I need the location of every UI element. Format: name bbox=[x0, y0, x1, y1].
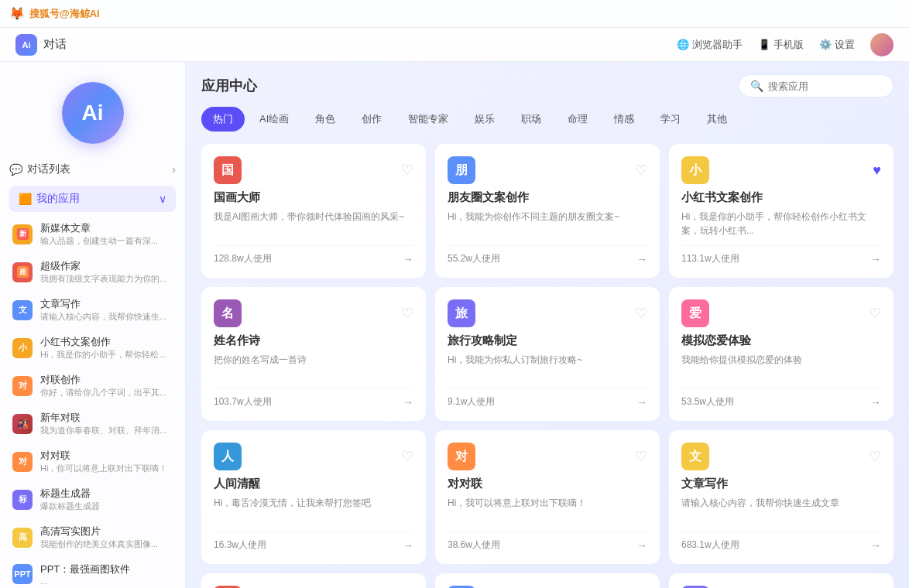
app-footer-poem-name: 103.7w人使用 → bbox=[214, 388, 413, 409]
tab-fate[interactable]: 命理 bbox=[556, 107, 599, 132]
app-card-header: 爱 ♡ bbox=[681, 299, 881, 327]
sidebar-item[interactable]: 小 小红书文案创作 Hi，我是你的小助手，帮你轻松... bbox=[0, 329, 185, 367]
conversations-section[interactable]: 💬 对话列表 › bbox=[0, 156, 185, 183]
app-arrow-qingxing[interactable]: → bbox=[403, 539, 413, 552]
app-card-header: 人 ♡ bbox=[214, 443, 413, 470]
app-name-travel: 旅行攻略制定 bbox=[448, 333, 647, 348]
app-arrow-pengyou[interactable]: → bbox=[636, 253, 647, 265]
tab-emotion[interactable]: 情感 bbox=[602, 107, 646, 132]
main-container: Ai 💬 对话列表 › 🟧 我的应用 ∨ 新 新媒体文章 输入品题，创建 bbox=[0, 62, 909, 588]
search-icon: 🔍 bbox=[750, 80, 763, 92]
heart-icon-love[interactable]: ♡ bbox=[869, 305, 881, 322]
app-card-xiaohongshu-app[interactable]: 小 ♥ 小红书文案创作 Hi，我是你的小助手，帮你轻松创作小红书文案，玩转小红书… bbox=[669, 144, 894, 278]
app-desc-writing: 请输入核心内容，我帮你快速生成文章 bbox=[681, 496, 881, 524]
heart-icon-duilian[interactable]: ♡ bbox=[635, 448, 647, 465]
watermark-text: 搜狐号@海鲸AI bbox=[29, 7, 100, 21]
header: Ai 对话 🌐 浏览器助手 📱 手机版 ⚙️ 设置 bbox=[0, 28, 909, 62]
search-input[interactable] bbox=[768, 80, 882, 92]
sidebar-item[interactable]: 超 超级作家 我拥有顶级文字表现能力为你的... bbox=[0, 253, 185, 291]
app-card-header: 国 ♡ bbox=[214, 156, 413, 184]
tab-smart-expert[interactable]: 智能专家 bbox=[396, 107, 460, 132]
sidebar-item[interactable]: 新 新媒体文章 输入品题，创建生动一篇有深... bbox=[0, 215, 185, 253]
app-arrow-travel[interactable]: → bbox=[636, 396, 647, 409]
user-avatar[interactable] bbox=[870, 33, 894, 56]
app-arrow-love[interactable]: → bbox=[870, 396, 881, 409]
sidebar-item[interactable]: PPT PPT：最强画图软件 ... bbox=[0, 556, 185, 588]
header-actions: 🌐 浏览器助手 📱 手机版 ⚙️ 设置 bbox=[677, 33, 894, 56]
app-card-text-color[interactable]: 文 ♡ 文本润色 bbox=[201, 573, 426, 588]
heart-icon-pengyou[interactable]: ♡ bbox=[635, 162, 647, 179]
sidebar-item[interactable]: 文 文章写作 请输入核心内容，我帮你快速生... bbox=[0, 291, 185, 329]
header-logo-text: Ai bbox=[22, 40, 31, 50]
app-users-pengyou: 55.2w人使用 bbox=[448, 252, 500, 265]
heart-icon-poem-name[interactable]: ♡ bbox=[401, 305, 413, 322]
sidebar-item-text-super-writer: 超级作家 我拥有顶级文字表现能力为你的... bbox=[40, 259, 173, 285]
sidebar-item-icon-super-writer: 超 bbox=[12, 262, 33, 282]
browser-helper-button[interactable]: 🌐 浏览器助手 bbox=[677, 38, 743, 52]
app-icon-poem-name: 名 bbox=[214, 299, 242, 327]
content-title: 应用中心 bbox=[201, 77, 257, 95]
app-arrow-writing[interactable]: → bbox=[870, 539, 881, 552]
app-arrow-guohua[interactable]: → bbox=[403, 253, 413, 265]
app-users-love: 53.5w人使用 bbox=[681, 395, 734, 409]
app-card-writing[interactable]: 文 ♡ 文章写作 请输入核心内容，我帮你快速生成文章 683.1w人使用 → bbox=[669, 430, 894, 564]
app-card-pengyou[interactable]: 朋 ♡ 朋友圈文案创作 Hi，我能为你创作不同主题的朋友圈文案~ 55.2w人使… bbox=[435, 144, 660, 278]
app-card-poem-name[interactable]: 名 ♡ 姓名作诗 把你的姓名写成一首诗 103.7w人使用 → bbox=[201, 287, 426, 421]
app-card-guohua[interactable]: 国 ♡ 国画大师 我是AI图画大师，带你领时代体验国画的风采~ 128.8w人使… bbox=[201, 144, 426, 278]
app-desc-qingxing: Hi，毒舌冷漠无情，让我来帮打您签吧 bbox=[214, 496, 413, 524]
sidebar-item-icon-xhs: 小 bbox=[12, 338, 33, 358]
mobile-button[interactable]: 📱 手机版 bbox=[758, 38, 804, 52]
app-name-guohua: 国画大师 bbox=[214, 190, 413, 205]
sidebar-ai-logo: Ai bbox=[62, 82, 124, 144]
sidebar-item[interactable]: 🎎 新年对联 我为道你奉春联、对联、拜年消... bbox=[0, 405, 185, 443]
tab-workplace[interactable]: 职场 bbox=[509, 107, 553, 132]
heart-icon-writing[interactable]: ♡ bbox=[869, 448, 881, 465]
app-card-pet[interactable]: 猫 ♡ 宠物照护 bbox=[669, 573, 894, 588]
app-arrow-poem-name[interactable]: → bbox=[403, 396, 413, 409]
sidebar-item[interactable]: 对 对联创作 你好，请给你几个字词，出乎其... bbox=[0, 367, 185, 405]
tab-hot[interactable]: 热门 bbox=[201, 107, 245, 132]
sidebar-item-text-new-media: 新媒体文章 输入品题，创建生动一篇有深... bbox=[40, 221, 173, 247]
tab-entertainment[interactable]: 娱乐 bbox=[463, 107, 506, 132]
sidebar-item[interactable]: 对 对对联 Hi，你可以将意上联对出下联嘀！ bbox=[0, 443, 185, 480]
tab-role[interactable]: 角色 bbox=[304, 107, 347, 132]
app-card-qingxing[interactable]: 人 ♡ 人间清醒 Hi，毒舌冷漠无情，让我来帮打您签吧 16.3w人使用 → bbox=[201, 430, 426, 564]
browser-helper-label: 浏览器助手 bbox=[692, 38, 743, 52]
heart-icon-xiaohongshu-app[interactable]: ♥ bbox=[873, 162, 881, 179]
app-footer-love: 53.5w人使用 → bbox=[681, 388, 881, 409]
sidebar-item[interactable]: 高 高清写实图片 我能创作的绝美立体真实图像... bbox=[0, 518, 185, 556]
watermark-bar: 🦊 搜狐号@海鲸AI bbox=[0, 0, 909, 28]
my-apps-section[interactable]: 🟧 我的应用 ∨ bbox=[9, 186, 176, 212]
app-card-travel[interactable]: 旅 ♡ 旅行攻略制定 Hi，我能为你私人订制旅行攻略~ 9.1w人使用 → bbox=[435, 287, 660, 421]
tab-ai-draw[interactable]: AI绘画 bbox=[248, 107, 300, 132]
sidebar-item[interactable]: 标 标题生成器 爆款标题生成器 bbox=[0, 480, 185, 518]
search-box[interactable]: 🔍 bbox=[739, 74, 894, 97]
app-footer-guohua: 128.8w人使用 → bbox=[214, 245, 413, 265]
sidebar: Ai 💬 对话列表 › 🟧 我的应用 ∨ 新 新媒体文章 输入品题，创建 bbox=[0, 62, 186, 588]
content-area: 应用中心 🔍 热门AI绘画角色创作智能专家娱乐职场命理情感学习其他 国 ♡ 国画… bbox=[186, 62, 909, 588]
heart-icon-qingxing[interactable]: ♡ bbox=[401, 448, 413, 465]
heart-icon-travel[interactable]: ♡ bbox=[635, 305, 647, 322]
app-arrow-xiaohongshu-app[interactable]: → bbox=[870, 253, 881, 265]
conversations-icon: 💬 bbox=[9, 163, 22, 176]
app-card-header: 名 ♡ bbox=[214, 299, 413, 327]
header-logo: Ai bbox=[15, 34, 37, 56]
app-footer-duilian: 38.6w人使用 → bbox=[448, 532, 647, 552]
app-name-love: 模拟恋爱体验 bbox=[681, 333, 881, 348]
app-card-duilian[interactable]: 对 ♡ 对对联 Hi，我可以将意上联对出下联嘀！ 38.6w人使用 → bbox=[435, 430, 660, 564]
settings-icon: ⚙️ bbox=[819, 39, 832, 50]
app-arrow-duilian[interactable]: → bbox=[636, 539, 647, 552]
app-card-love[interactable]: 爱 ♡ 模拟恋爱体验 我能给你提供模拟恋爱的体验 53.5w人使用 → bbox=[669, 287, 894, 421]
app-icon-xiaohongshu-app: 小 bbox=[681, 156, 709, 184]
sidebar-item-text-article: 文章写作 请输入核心内容，我帮你快速生... bbox=[40, 297, 173, 323]
heart-icon-guohua[interactable]: ♡ bbox=[401, 162, 413, 179]
app-footer-qingxing: 16.3w人使用 → bbox=[214, 532, 413, 552]
settings-button[interactable]: ⚙️ 设置 bbox=[819, 38, 855, 52]
app-icon-love: 爱 bbox=[681, 299, 709, 327]
tab-create[interactable]: 创作 bbox=[350, 107, 393, 132]
tab-study[interactable]: 学习 bbox=[649, 107, 692, 132]
sidebar-logo-area: Ai bbox=[0, 74, 185, 156]
app-card-short-video[interactable]: 短 ♡ 短视频脚本创作 bbox=[435, 573, 660, 588]
tab-other[interactable]: 其他 bbox=[695, 107, 739, 132]
app-icon-pengyou: 朋 bbox=[448, 156, 475, 184]
